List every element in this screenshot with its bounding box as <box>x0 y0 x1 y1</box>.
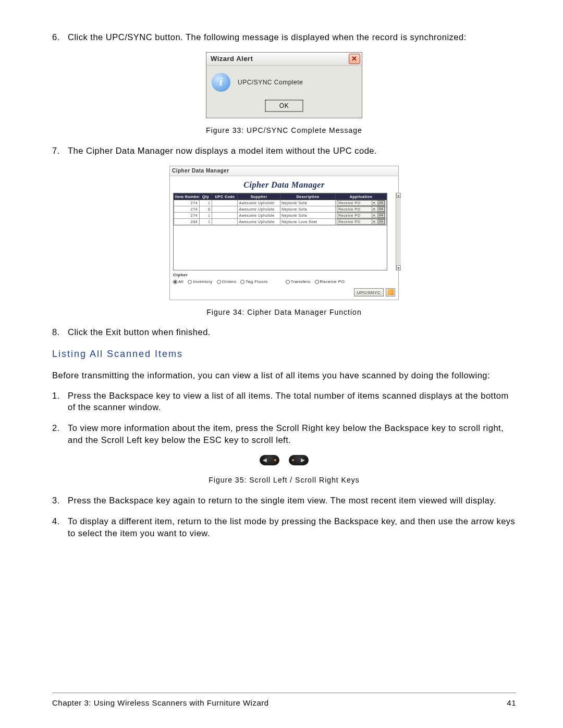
radio-icon <box>173 280 177 284</box>
list-text: Click the UPC/SYNC button. The following… <box>68 31 516 43</box>
chevron-down-icon[interactable]: ▾ <box>372 201 376 205</box>
radio-icon <box>315 280 319 284</box>
cell-upc <box>212 212 238 218</box>
footer-chapter: Chapter 3: Using Wireless Scanners with … <box>52 698 269 707</box>
cell-item: 274 <box>174 206 200 212</box>
paragraph: Before transmitting the information, you… <box>52 369 516 381</box>
chevron-down-icon[interactable]: ▾ <box>372 219 376 224</box>
col-qty: Qty <box>199 193 212 200</box>
list-item: 7. The Cipher Data Manager now displays … <box>52 145 516 156</box>
row-ok-button[interactable]: OK <box>377 219 385 224</box>
radio-transfers[interactable]: Transfers <box>286 279 311 285</box>
filter-radio-group: All Inventory Orders Tag Floors Transfer… <box>173 279 395 285</box>
cell-upc <box>212 200 238 206</box>
radio-inventory[interactable]: Inventory <box>188 279 212 285</box>
cell-desc: Neptune Sofa <box>280 206 335 212</box>
wizard-alert-dialog: Wizard Alert ✕ UPC/SYNC Complete OK <box>206 52 362 118</box>
app-select[interactable]: Receive PO <box>337 207 372 212</box>
col-upc: UPC Code <box>212 193 238 200</box>
table-row: 274 1 Awesome Upholste Neptune Sofa Rece… <box>174 212 387 218</box>
row-ok-button[interactable]: OK <box>377 207 385 212</box>
ok-button[interactable]: OK <box>265 100 303 112</box>
table-row: 274 0 Awesome Upholste Neptune Sofa Rece… <box>174 206 387 212</box>
scroll-down-button[interactable]: ▾ <box>396 265 401 270</box>
table-row: 274 1 Awesome Upholste Neptune Sofa Rece… <box>174 200 387 206</box>
radio-all[interactable]: All <box>173 279 183 285</box>
app-select[interactable]: Receive PO <box>337 219 372 224</box>
cell-app: Receive PO ▾ OK <box>336 212 387 218</box>
arrow-right-icon: ▶ <box>301 456 305 463</box>
col-description: Description <box>280 193 335 200</box>
dialog-message: UPC/SYNC Complete <box>238 78 303 87</box>
radio-icon <box>240 280 244 284</box>
cell-item: 274 <box>174 212 200 218</box>
scroll-keys-figure: ◀ ▶ <box>52 455 516 468</box>
table-empty-area <box>174 225 387 270</box>
app-select[interactable]: Receive PO <box>337 201 372 205</box>
cell-app: Receive PO ▾ OK <box>336 218 387 225</box>
list-item: 3. Press the Backspace key again to retu… <box>52 495 516 506</box>
vertical-scrollbar[interactable]: ▴ ▾ <box>396 193 401 270</box>
close-button[interactable]: ✕ <box>349 54 360 64</box>
window-titlebar: Cipher Data Manager <box>170 166 398 176</box>
list-number: 7. <box>52 145 68 156</box>
radio-icon <box>286 280 290 284</box>
list-item: 8. Click the Exit button when finished. <box>52 326 516 338</box>
section-heading: Listing All Scanned Items <box>52 348 516 360</box>
dialog-titlebar: Wizard Alert ✕ <box>206 53 362 66</box>
col-application: Application <box>336 193 387 200</box>
cell-supplier: Awesome Upholste <box>238 206 280 212</box>
upc-sync-button[interactable]: UPC/SNYC <box>354 288 384 297</box>
app-select[interactable]: Receive PO <box>337 213 372 218</box>
cell-desc: Neptune Love Seat <box>280 218 335 225</box>
radio-tag-floors[interactable]: Tag Floors <box>240 279 267 285</box>
exit-button[interactable]: 📴 <box>386 288 395 297</box>
scroll-track[interactable] <box>396 198 401 265</box>
cipher-data-manager-window: Cipher Data Manager Cipher Data Manager … <box>169 166 399 300</box>
row-ok-button[interactable]: OK <box>377 201 385 205</box>
radio-icon <box>217 280 221 284</box>
list-text: Press the Backspace key again to return … <box>68 495 516 506</box>
scroll-up-button[interactable]: ▴ <box>396 193 401 198</box>
scroll-right-key-icon: ▶ <box>289 455 309 465</box>
cell-qty: 1 <box>199 218 212 225</box>
cell-supplier: Awesome Upholste <box>238 200 280 206</box>
list-text: The Cipher Data Manager now displays a m… <box>68 145 516 156</box>
chevron-down-icon[interactable]: ▾ <box>372 213 376 218</box>
list-number: 4. <box>52 515 68 539</box>
cell-qty: 0 <box>199 206 212 212</box>
list-text: Click the Exit button when finished. <box>68 326 516 338</box>
col-item-number: Item Number <box>174 193 200 200</box>
list-item: 4. To display a different item, return t… <box>52 515 516 539</box>
scroll-left-key-icon: ◀ <box>260 455 279 465</box>
close-icon: ✕ <box>351 54 358 64</box>
figure-caption: Figure 33: UPC/SYNC Complete Message <box>52 126 516 135</box>
radio-orders[interactable]: Orders <box>217 279 236 285</box>
data-table: Item Number Qty UPC Code Supplier Descri… <box>173 193 387 270</box>
cell-upc <box>212 218 238 225</box>
table-header-row: Item Number Qty UPC Code Supplier Descri… <box>174 193 387 200</box>
radio-receive-po[interactable]: Receive PO <box>315 279 345 285</box>
chevron-down-icon[interactable]: ▾ <box>372 207 376 212</box>
cell-qty: 1 <box>199 212 212 218</box>
row-ok-button[interactable]: OK <box>377 213 385 218</box>
window-header: Cipher Data Manager <box>170 176 398 193</box>
list-number: 6. <box>52 31 68 43</box>
list-number: 2. <box>52 422 68 446</box>
cell-app: Receive PO ▾ OK <box>336 206 387 212</box>
footer-page-number: 41 <box>507 698 516 707</box>
cell-supplier: Awesome Upholste <box>238 218 280 225</box>
arrow-left-icon: ◀ <box>263 456 267 463</box>
list-number: 8. <box>52 326 68 338</box>
cell-upc <box>212 206 238 212</box>
page-footer: Chapter 3: Using Wireless Scanners with … <box>52 693 516 707</box>
list-text: To display a different item, return to t… <box>68 515 516 539</box>
cell-item: 274 <box>174 200 200 206</box>
cell-qty: 1 <box>199 200 212 206</box>
key-dot-icon <box>274 459 276 461</box>
figure-caption: Figure 34: Cipher Data Manager Function <box>52 307 516 317</box>
list-text: Press the Backspace key to view a list o… <box>68 390 516 413</box>
info-icon <box>212 73 230 92</box>
list-item: 2. To view more information about the it… <box>52 422 516 446</box>
cell-desc: Neptune Sofa <box>280 212 335 218</box>
